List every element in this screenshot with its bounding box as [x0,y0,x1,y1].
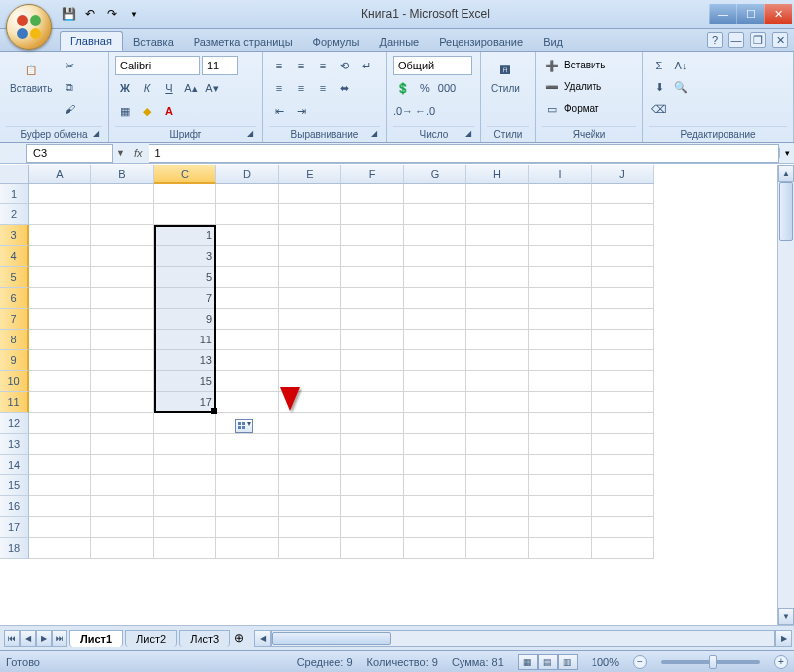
italic-button[interactable]: К [137,78,157,98]
cell-G16[interactable] [404,496,466,517]
bold-button[interactable]: Ж [115,78,135,98]
row-header-5[interactable]: 5 [0,267,29,288]
font-name-combo[interactable] [115,56,200,75]
cell-E16[interactable] [279,496,341,517]
sheet-nav-last[interactable]: ⏭ [52,630,67,647]
cell-G2[interactable] [404,204,466,225]
cell-C18[interactable] [154,538,216,559]
row-header-16[interactable]: 16 [0,496,29,517]
cell-A5[interactable] [29,267,91,288]
cell-G11[interactable] [404,392,466,413]
cell-D9[interactable] [216,350,279,371]
cell-C16[interactable] [154,496,216,517]
zoom-level[interactable]: 100% [592,656,619,668]
zoom-in-button[interactable]: + [774,655,788,669]
cell-C8[interactable]: 11 [154,330,216,350]
cell-C4[interactable]: 3 [154,246,216,267]
cell-D8[interactable] [216,330,279,350]
cell-C9[interactable]: 13 [154,350,216,371]
cell-H18[interactable] [466,538,529,559]
cell-B14[interactable] [91,455,154,475]
cell-A13[interactable] [29,434,91,455]
cell-B12[interactable] [91,413,154,434]
cell-B8[interactable] [91,330,154,350]
cell-J18[interactable] [592,538,654,559]
cell-J12[interactable] [592,413,654,434]
cell-A15[interactable] [29,475,91,496]
cell-F11[interactable] [341,392,404,413]
cell-J5[interactable] [592,267,654,288]
row-header-13[interactable]: 13 [0,434,29,455]
cell-F7[interactable] [341,309,404,330]
copy-button[interactable]: ⧉ [60,77,79,97]
cell-A8[interactable] [29,330,91,350]
column-header-E[interactable]: E [279,165,341,184]
cell-D11[interactable] [216,392,279,413]
zoom-slider-thumb[interactable] [709,655,717,669]
tab-view[interactable]: Вид [533,33,573,51]
column-header-D[interactable]: D [216,165,279,184]
horizontal-scrollbar[interactable]: ◀ ▶ [254,630,792,647]
cell-D18[interactable] [216,538,279,559]
cell-A7[interactable] [29,309,91,330]
column-header-B[interactable]: B [91,165,154,184]
underline-button[interactable]: Ч [159,78,179,98]
cell-B4[interactable] [91,246,154,267]
row-header-6[interactable]: 6 [0,288,29,309]
cell-F8[interactable] [341,330,404,350]
cell-B1[interactable] [91,184,154,204]
formula-bar-expand[interactable]: ▾ [779,148,794,158]
cell-F2[interactable] [341,204,404,225]
view-page-layout-button[interactable]: ▤ [538,654,558,670]
fill-color-button[interactable]: ◆ [137,101,157,121]
clipboard-launcher[interactable]: ◢ [91,129,101,139]
cell-H6[interactable] [466,288,529,309]
cell-E1[interactable] [279,184,341,204]
cell-I7[interactable] [529,309,592,330]
cell-G9[interactable] [404,350,466,371]
tab-data[interactable]: Данные [369,33,429,51]
cell-I13[interactable] [529,434,592,455]
font-size-combo[interactable] [202,56,238,75]
cell-D4[interactable] [216,246,279,267]
column-header-A[interactable]: A [29,165,91,184]
cell-I2[interactable] [529,204,592,225]
window-maximize-button[interactable]: ☐ [736,4,764,24]
cell-B16[interactable] [91,496,154,517]
cell-B9[interactable] [91,350,154,371]
cell-G14[interactable] [404,455,466,475]
cell-J9[interactable] [592,350,654,371]
cell-H1[interactable] [466,184,529,204]
cell-J13[interactable] [592,434,654,455]
cell-D13[interactable] [216,434,279,455]
scroll-up-button[interactable]: ▲ [778,165,794,182]
cell-G18[interactable] [404,538,466,559]
paste-button[interactable]: 📋 Вставить [6,56,56,96]
sort-filter-button[interactable]: A↓ [671,56,691,75]
cell-D2[interactable] [216,204,279,225]
worksheet-grid[interactable]: ABCDEFGHIJ 12314355677981191310151117121… [0,165,794,625]
window-minimize-button[interactable]: — [709,4,736,24]
tab-insert[interactable]: Вставка [123,33,184,51]
styles-button[interactable]: 🅰 Стили [487,56,524,96]
cell-G13[interactable] [404,434,466,455]
view-normal-button[interactable]: ▦ [518,654,538,670]
cell-B13[interactable] [91,434,154,455]
row-header-15[interactable]: 15 [0,475,29,496]
cell-E13[interactable] [279,434,341,455]
row-header-17[interactable]: 17 [0,517,29,538]
cell-C6[interactable]: 7 [154,288,216,309]
cell-I9[interactable] [529,350,592,371]
cells-delete-button[interactable]: ➖Удалить [542,77,601,97]
name-box-dropdown[interactable]: ▼ [113,148,128,158]
cell-J16[interactable] [592,496,654,517]
cell-F9[interactable] [341,350,404,371]
cell-D3[interactable] [216,225,279,246]
cell-D5[interactable] [216,267,279,288]
view-page-break-button[interactable]: ▥ [558,654,578,670]
cell-F13[interactable] [341,434,404,455]
cell-C13[interactable] [154,434,216,455]
cell-A6[interactable] [29,288,91,309]
cell-I8[interactable] [529,330,592,350]
sheet-nav-next[interactable]: ▶ [36,630,52,647]
